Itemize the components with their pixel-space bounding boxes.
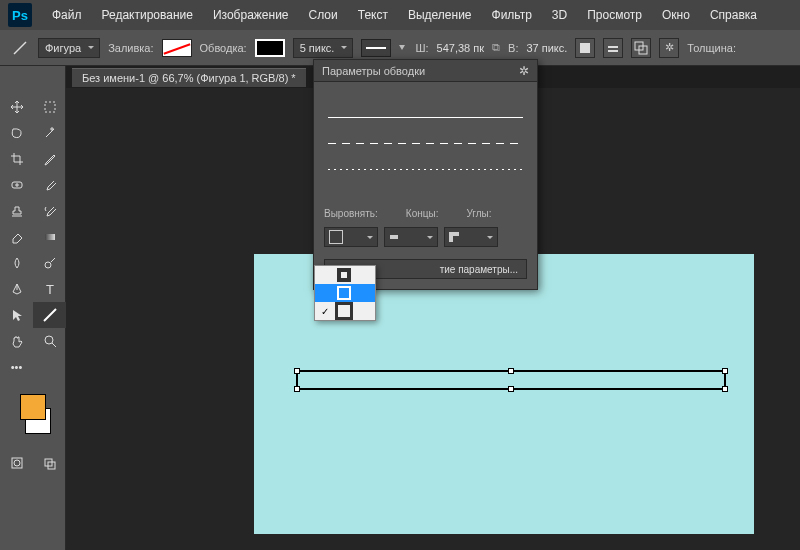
crop-tool[interactable] bbox=[0, 146, 33, 172]
svg-rect-16 bbox=[390, 235, 398, 239]
color-swatches bbox=[0, 388, 65, 440]
stroke-corners-dropdown[interactable] bbox=[444, 227, 498, 247]
stroke-swatch[interactable] bbox=[255, 39, 285, 57]
menu-text[interactable]: Текст bbox=[350, 4, 396, 26]
svg-line-10 bbox=[44, 309, 56, 321]
line-shape[interactable] bbox=[296, 370, 726, 390]
align-outside-option[interactable]: ✓ bbox=[315, 302, 375, 320]
path-ops-button[interactable] bbox=[631, 38, 651, 58]
svg-line-0 bbox=[14, 42, 26, 54]
menu-edit[interactable]: Редактирование bbox=[94, 4, 201, 26]
align-inside-option[interactable] bbox=[315, 266, 375, 284]
corners-label: Углы: bbox=[466, 208, 491, 219]
stroke-align-dropdown[interactable] bbox=[324, 227, 378, 247]
align-label: Выровнять: bbox=[324, 208, 378, 219]
transform-handle[interactable] bbox=[294, 368, 300, 374]
document-tab-bar: Без имени-1 @ 66,7% (Фигура 1, RGB/8) * bbox=[72, 66, 306, 88]
panel-title: Параметры обводки bbox=[322, 65, 425, 77]
svg-rect-5 bbox=[45, 102, 55, 112]
path-arrange-button[interactable] bbox=[603, 38, 623, 58]
foreground-color[interactable] bbox=[20, 394, 46, 420]
marquee-tool[interactable] bbox=[33, 94, 66, 120]
wand-tool[interactable] bbox=[33, 120, 66, 146]
transform-handle[interactable] bbox=[508, 386, 514, 392]
menu-layers[interactable]: Слои bbox=[301, 4, 346, 26]
eraser-tool[interactable] bbox=[0, 224, 33, 250]
menu-view[interactable]: Просмотр bbox=[579, 4, 650, 26]
stroke-style-dropdown[interactable] bbox=[361, 39, 391, 57]
menu-file[interactable]: Файл bbox=[44, 4, 90, 26]
height-label: В: bbox=[508, 42, 518, 54]
blur-tool[interactable] bbox=[0, 250, 33, 276]
lasso-tool[interactable] bbox=[0, 120, 33, 146]
menu-window[interactable]: Окно bbox=[654, 4, 698, 26]
menu-bar: Ps Файл Редактирование Изображение Слои … bbox=[0, 0, 800, 30]
zoom-tool[interactable] bbox=[33, 328, 66, 354]
transform-handle[interactable] bbox=[294, 386, 300, 392]
menu-help[interactable]: Справка bbox=[702, 4, 765, 26]
fill-label: Заливка: bbox=[108, 42, 153, 54]
move-tool[interactable] bbox=[0, 94, 33, 120]
fill-swatch[interactable] bbox=[162, 39, 192, 57]
align-center-option[interactable] bbox=[315, 284, 375, 302]
thickness-label: Толщина: bbox=[687, 42, 736, 54]
gear-icon[interactable]: ✲ bbox=[519, 64, 529, 78]
width-label: Ш: bbox=[415, 42, 428, 54]
document-tab[interactable]: Без имени-1 @ 66,7% (Фигура 1, RGB/8) * bbox=[72, 68, 306, 87]
line-tool-icon bbox=[10, 38, 30, 58]
width-input[interactable]: 547,38 пк bbox=[437, 42, 484, 54]
stroke-style-dashed[interactable] bbox=[328, 136, 523, 150]
hand-tool[interactable] bbox=[0, 328, 33, 354]
toolbox-more[interactable]: ••• bbox=[0, 354, 33, 380]
stroke-style-list bbox=[314, 82, 537, 204]
stroke-caps-dropdown[interactable] bbox=[384, 227, 438, 247]
shape-mode-dropdown[interactable]: Фигура bbox=[38, 38, 100, 58]
svg-text:T: T bbox=[46, 282, 54, 296]
menu-3d[interactable]: 3D bbox=[544, 4, 575, 26]
panel-header[interactable]: Параметры обводки ✲ bbox=[314, 60, 537, 82]
stroke-align-flyout: ✓ bbox=[314, 265, 376, 321]
type-tool[interactable]: T bbox=[33, 276, 66, 302]
app-logo: Ps bbox=[8, 3, 32, 27]
height-input[interactable]: 37 пикс. bbox=[526, 42, 567, 54]
quickmask-toggle[interactable] bbox=[0, 450, 33, 476]
gear-button[interactable]: ✲ bbox=[659, 38, 679, 58]
line-shape-tool[interactable] bbox=[33, 302, 66, 328]
svg-rect-2 bbox=[608, 50, 618, 52]
toolbox: T ••• bbox=[0, 66, 66, 550]
link-wh-icon[interactable]: ⧉ bbox=[492, 41, 500, 54]
eyedropper-tool[interactable] bbox=[33, 146, 66, 172]
transform-handle[interactable] bbox=[722, 386, 728, 392]
stroke-style-dotted[interactable] bbox=[328, 162, 523, 176]
menu-image[interactable]: Изображение bbox=[205, 4, 297, 26]
menu-filter[interactable]: Фильтр bbox=[484, 4, 540, 26]
stroke-style-solid[interactable] bbox=[328, 110, 523, 124]
caps-label: Концы: bbox=[406, 208, 439, 219]
stamp-tool[interactable] bbox=[0, 198, 33, 224]
svg-rect-7 bbox=[45, 234, 55, 240]
path-select-tool[interactable] bbox=[0, 302, 33, 328]
transform-handle[interactable] bbox=[722, 368, 728, 374]
stroke-width-dropdown[interactable]: 5 пикс. bbox=[293, 38, 354, 58]
gradient-tool[interactable] bbox=[33, 224, 66, 250]
screenmode-toggle[interactable] bbox=[33, 450, 66, 476]
svg-rect-1 bbox=[608, 46, 618, 48]
pen-tool[interactable] bbox=[0, 276, 33, 302]
svg-point-13 bbox=[14, 460, 20, 466]
stroke-options-panel: Параметры обводки ✲ Выровнять: Концы: Уг… bbox=[313, 59, 538, 290]
path-align-button[interactable] bbox=[575, 38, 595, 58]
brush-tool[interactable] bbox=[33, 172, 66, 198]
svg-point-8 bbox=[45, 262, 51, 268]
stroke-label: Обводка: bbox=[200, 42, 247, 54]
history-brush-tool[interactable] bbox=[33, 198, 66, 224]
heal-tool[interactable] bbox=[0, 172, 33, 198]
dodge-tool[interactable] bbox=[33, 250, 66, 276]
menu-select[interactable]: Выделение bbox=[400, 4, 480, 26]
svg-point-11 bbox=[45, 336, 53, 344]
transform-handle[interactable] bbox=[508, 368, 514, 374]
